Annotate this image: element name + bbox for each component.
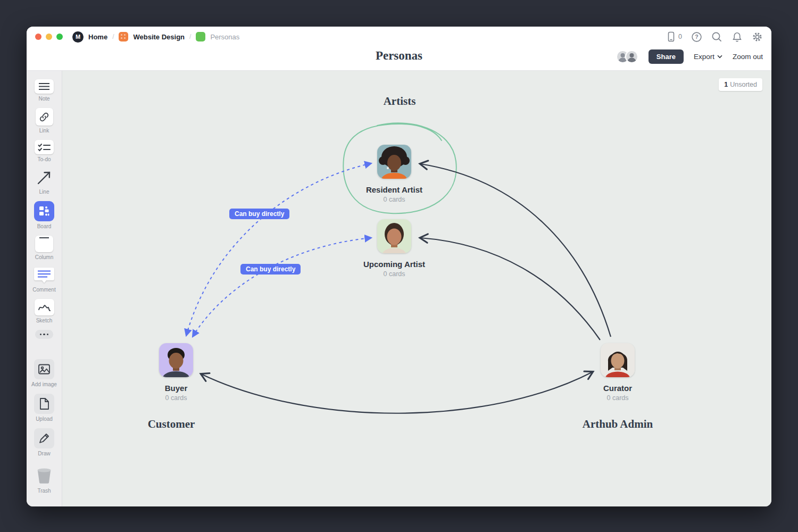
comment-icon (34, 267, 55, 287)
traffic-lights (35, 34, 63, 40)
upload-file-icon (34, 394, 54, 414)
personas-board-icon[interactable] (196, 32, 205, 41)
header: M Home / Website Design / Personas 0 (27, 27, 771, 70)
export-button[interactable]: Export (694, 53, 722, 61)
connection-label-can-buy-directly[interactable]: Can buy directly (229, 209, 289, 219)
persona-name: Upcoming Artist (352, 260, 437, 269)
breadcrumb-separator: / (189, 33, 191, 40)
line-arrow-icon (35, 169, 54, 187)
zoom-out-button[interactable]: Zoom out (733, 53, 763, 61)
mobile-device-button[interactable]: 0 (666, 31, 682, 42)
curator-avatar[interactable] (601, 343, 635, 377)
breadcrumb-separator: / (112, 33, 114, 40)
persona-card-buyer[interactable]: Buyer 0 cards (134, 343, 219, 402)
collaborator-avatars[interactable] (616, 50, 638, 63)
sidebar-item-note[interactable]: Note (35, 79, 54, 102)
connections-layer (62, 71, 771, 506)
maximize-window-button[interactable] (56, 34, 63, 40)
note-icon (35, 79, 54, 94)
group-label-customer[interactable]: Customer (113, 418, 230, 431)
add-image-icon (34, 359, 54, 379)
search-button[interactable] (711, 31, 722, 43)
persona-name: Resident Artist (352, 185, 437, 194)
resident-artist-avatar[interactable] (377, 145, 411, 179)
collaborator-avatar[interactable] (625, 50, 638, 63)
unsorted-badge[interactable]: 1Unsorted (719, 78, 762, 91)
tool-label: Line (39, 189, 49, 195)
column-icon (35, 236, 53, 252)
sidebar-item-comment[interactable]: Comment (32, 267, 55, 293)
persona-card-curator[interactable]: Curator 0 cards (575, 343, 660, 402)
tool-label: Sketch (36, 318, 53, 323)
gear-icon (752, 31, 763, 43)
app-window: M Home / Website Design / Personas 0 (27, 27, 771, 506)
connector-curator-resident-artist (420, 164, 611, 337)
bell-icon (732, 31, 743, 43)
device-count: 0 (678, 33, 682, 40)
sidebar-item-line[interactable]: Line (35, 169, 54, 195)
tool-label: Column (35, 254, 53, 260)
sidebar-item-draw[interactable]: Draw (34, 428, 54, 456)
upcoming-artist-avatar[interactable] (377, 219, 411, 253)
sketch-icon (35, 299, 54, 315)
persona-name: Buyer (134, 384, 219, 393)
breadcrumb-current: Personas (210, 33, 239, 41)
export-label: Export (694, 53, 714, 61)
persona-cards-count: 0 cards (352, 270, 437, 278)
link-icon (36, 108, 53, 126)
group-label-artists[interactable]: Artists (341, 95, 458, 108)
tool-label: Add image (31, 381, 57, 387)
connector-buyer-upcoming-artist (193, 238, 371, 337)
persona-card-resident-artist[interactable]: Resident Artist 0 cards (352, 145, 437, 203)
breadcrumb: M Home / Website Design / Personas (72, 31, 239, 43)
project-board-icon[interactable] (119, 32, 128, 41)
tool-label: To-do (37, 156, 51, 162)
sidebar-item-add-image[interactable]: Add image (31, 359, 57, 387)
search-icon (711, 31, 722, 43)
buyer-avatar[interactable] (159, 343, 193, 377)
pencil-icon (34, 428, 54, 448)
tool-label: Draw (38, 451, 50, 456)
persona-cards-count: 0 cards (352, 196, 437, 203)
tool-label: Comment (32, 287, 55, 293)
board-canvas[interactable]: 1Unsorted Artists Customer Arthub Admin (62, 71, 771, 506)
minimize-window-button[interactable] (46, 34, 52, 40)
connector-buyer-curator (201, 372, 593, 413)
persona-cards-count: 0 cards (575, 394, 660, 402)
connector-curator-upcoming-artist (420, 238, 600, 340)
notifications-button[interactable] (732, 31, 743, 43)
unsorted-count: 1 (724, 81, 728, 88)
sidebar-item-todo[interactable]: To-do (35, 140, 54, 162)
help-button[interactable]: ? (691, 31, 702, 43)
phone-icon (666, 31, 676, 42)
persona-name: Curator (575, 384, 660, 393)
persona-cards-count: 0 cards (134, 394, 219, 402)
sidebar-item-column[interactable]: Column (35, 236, 53, 260)
unsorted-label: Unsorted (730, 81, 757, 88)
sidebar-item-sketch[interactable]: Sketch (35, 299, 54, 323)
share-button[interactable]: Share (649, 49, 684, 64)
breadcrumb-home[interactable]: Home (88, 33, 107, 41)
more-tools-button[interactable] (35, 330, 53, 339)
breadcrumb-project[interactable]: Website Design (133, 33, 185, 41)
tool-label: Board (37, 223, 52, 229)
sidebar-item-link[interactable]: Link (36, 108, 53, 134)
tool-label: Note (38, 96, 49, 102)
help-icon: ? (691, 31, 702, 43)
close-window-button[interactable] (35, 34, 41, 40)
board-icon (34, 201, 54, 221)
trash-icon (34, 467, 54, 486)
group-label-arthub-admin[interactable]: Arthub Admin (559, 418, 676, 431)
milanote-logo-icon[interactable]: M (72, 31, 84, 43)
sidebar-item-upload[interactable]: Upload (34, 394, 54, 422)
tool-label: Trash (37, 488, 51, 494)
connection-label-can-buy-directly[interactable]: Can buy directly (240, 264, 301, 275)
settings-button[interactable] (752, 31, 763, 43)
persona-card-upcoming-artist[interactable]: Upcoming Artist 0 cards (352, 219, 437, 278)
chevron-down-icon (717, 55, 722, 59)
sidebar-item-board[interactable]: Board (34, 201, 54, 229)
tool-label: Link (39, 128, 49, 134)
tools-sidebar: Note Link To-do (27, 71, 62, 506)
tool-label: Upload (36, 416, 53, 422)
sidebar-item-trash[interactable]: Trash (34, 467, 54, 494)
